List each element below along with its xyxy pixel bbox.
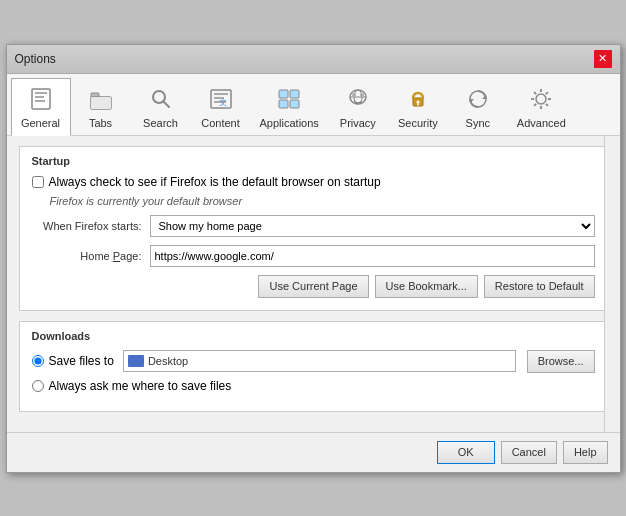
window-title: Options bbox=[15, 52, 56, 66]
startup-section-title: Startup bbox=[32, 155, 595, 167]
startup-section: Startup Always check to see if Firefox i… bbox=[19, 146, 608, 311]
default-browser-checkbox-row: Always check to see if Firefox is the de… bbox=[32, 175, 595, 189]
cancel-button[interactable]: Cancel bbox=[501, 441, 557, 464]
svg-point-22 bbox=[360, 93, 364, 97]
svg-text:文: 文 bbox=[219, 98, 227, 107]
svg-rect-15 bbox=[290, 90, 299, 98]
when-starts-row: When Firefox starts: Show my home page S… bbox=[32, 215, 595, 237]
use-current-page-button[interactable]: Use Current Page bbox=[258, 275, 368, 298]
home-page-buttons: Use Current Page Use Bookmark... Restore… bbox=[32, 275, 595, 298]
ok-button[interactable]: OK bbox=[437, 441, 495, 464]
svg-line-35 bbox=[546, 103, 548, 105]
security-icon bbox=[402, 83, 434, 115]
toolbar: General Tabs Search bbox=[7, 74, 620, 136]
downloads-section: Downloads Save files to Desktop Browse..… bbox=[19, 321, 608, 412]
tab-tabs-label: Tabs bbox=[89, 117, 112, 129]
use-bookmark-button[interactable]: Use Bookmark... bbox=[375, 275, 478, 298]
save-location-text: Desktop bbox=[148, 355, 188, 367]
main-content: Startup Always check to see if Firefox i… bbox=[7, 136, 620, 432]
always-ask-label: Always ask me where to save files bbox=[49, 379, 232, 393]
scrollbar[interactable] bbox=[604, 136, 620, 432]
default-browser-status: Firefox is currently your default browse… bbox=[50, 195, 595, 207]
options-window: Options ✕ General bbox=[6, 44, 621, 473]
browse-button[interactable]: Browse... bbox=[527, 350, 595, 373]
tab-search[interactable]: Search bbox=[131, 78, 191, 135]
bottom-bar: OK Cancel Help bbox=[7, 432, 620, 472]
save-files-row: Save files to Desktop Browse... bbox=[32, 350, 595, 373]
svg-rect-3 bbox=[35, 100, 45, 102]
search-icon bbox=[145, 83, 177, 115]
home-page-label: Home Page: bbox=[32, 250, 142, 262]
svg-rect-2 bbox=[35, 96, 44, 98]
tabs-icon bbox=[85, 83, 117, 115]
always-ask-row: Always ask me where to save files bbox=[32, 379, 595, 393]
tab-sync[interactable]: Sync bbox=[448, 78, 508, 135]
svg-point-21 bbox=[352, 93, 356, 97]
main-area: Startup Always check to see if Firefox i… bbox=[7, 136, 620, 432]
tab-privacy-label: Privacy bbox=[340, 117, 376, 129]
when-starts-label: When Firefox starts: bbox=[32, 220, 142, 232]
svg-point-24 bbox=[416, 100, 419, 103]
tab-security-label: Security bbox=[398, 117, 438, 129]
tab-applications-label: Applications bbox=[260, 117, 319, 129]
title-bar: Options ✕ bbox=[7, 45, 620, 74]
svg-rect-1 bbox=[35, 92, 47, 94]
default-browser-checkbox[interactable] bbox=[32, 176, 44, 188]
home-page-input[interactable]: https://www.google.com/ bbox=[150, 245, 595, 267]
default-browser-label: Always check to see if Firefox is the de… bbox=[49, 175, 381, 189]
tab-security[interactable]: Security bbox=[388, 78, 448, 135]
general-icon bbox=[25, 83, 57, 115]
always-ask-radio[interactable] bbox=[32, 380, 44, 392]
downloads-section-title: Downloads bbox=[32, 330, 595, 342]
tab-tabs[interactable]: Tabs bbox=[71, 78, 131, 135]
svg-line-37 bbox=[534, 103, 536, 105]
save-files-label: Save files to bbox=[49, 354, 114, 368]
tab-content-label: Content bbox=[201, 117, 240, 129]
home-page-row: Home Page: https://www.google.com/ bbox=[32, 245, 595, 267]
sync-icon bbox=[462, 83, 494, 115]
svg-rect-10 bbox=[214, 93, 228, 95]
tab-sync-label: Sync bbox=[466, 117, 490, 129]
content-icon: 文 bbox=[205, 83, 237, 115]
restore-to-default-button[interactable]: Restore to Default bbox=[484, 275, 595, 298]
svg-rect-17 bbox=[290, 100, 299, 108]
tab-privacy[interactable]: Privacy bbox=[328, 78, 388, 135]
privacy-icon bbox=[342, 83, 374, 115]
svg-rect-16 bbox=[279, 100, 288, 108]
svg-rect-6 bbox=[91, 97, 111, 109]
advanced-icon bbox=[525, 83, 557, 115]
tab-content[interactable]: 文 Content bbox=[191, 78, 251, 135]
help-button[interactable]: Help bbox=[563, 441, 608, 464]
save-location-display: Desktop bbox=[123, 350, 516, 372]
tab-general[interactable]: General bbox=[11, 78, 71, 136]
svg-line-34 bbox=[534, 92, 536, 94]
svg-point-29 bbox=[536, 94, 546, 104]
svg-rect-14 bbox=[279, 90, 288, 98]
save-files-radio[interactable] bbox=[32, 355, 44, 367]
applications-icon bbox=[273, 83, 305, 115]
svg-line-36 bbox=[546, 92, 548, 94]
tab-general-label: General bbox=[21, 117, 60, 129]
close-button[interactable]: ✕ bbox=[594, 50, 612, 68]
tab-applications[interactable]: Applications bbox=[251, 78, 328, 135]
tab-search-label: Search bbox=[143, 117, 178, 129]
desktop-folder-icon bbox=[128, 355, 144, 367]
tab-advanced-label: Advanced bbox=[517, 117, 566, 129]
svg-line-8 bbox=[163, 101, 169, 107]
tab-advanced[interactable]: Advanced bbox=[508, 78, 575, 135]
when-starts-select[interactable]: Show my home page Show a blank page Show… bbox=[150, 215, 595, 237]
